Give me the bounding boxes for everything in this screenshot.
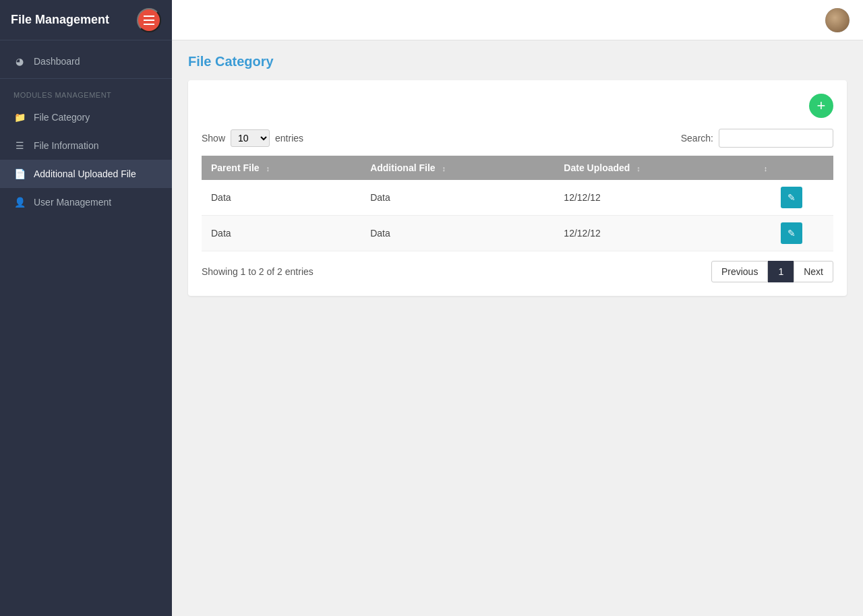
- menu-toggle-button[interactable]: [137, 8, 161, 32]
- avatar[interactable]: [825, 8, 850, 32]
- sort-icon-actions: ↕: [764, 164, 768, 173]
- hamburger-icon: [144, 16, 154, 25]
- col-additional-file[interactable]: Additional File ↕: [361, 156, 554, 180]
- main-card: + Show 10 25 50 100 entries Search:: [188, 80, 847, 296]
- edit-button[interactable]: ✎: [781, 187, 802, 208]
- list-icon: ☰: [13, 140, 26, 152]
- sidebar-user-management-label: User Management: [34, 197, 111, 208]
- cell-additional-file: Data: [361, 216, 554, 251]
- table-footer: Showing 1 to 2 of 2 entries Previous 1 N…: [202, 261, 833, 282]
- cell-action: ✎: [750, 216, 833, 251]
- sidebar-dashboard-label: Dashboard: [34, 56, 80, 67]
- next-button[interactable]: Next: [794, 261, 833, 282]
- data-table: Parent File ↕ Additional File ↕ Date Upl…: [202, 156, 833, 251]
- table-controls: Show 10 25 50 100 entries Search:: [202, 129, 833, 148]
- sidebar: File Management ◕ Dashboard MODULES MANA…: [0, 0, 172, 616]
- pagination: Previous 1 Next: [711, 261, 833, 282]
- search-input[interactable]: [719, 129, 833, 148]
- topbar: [172, 0, 863, 40]
- table-row: Data Data 12/12/12 ✎: [202, 180, 833, 216]
- cell-date-uploaded: 12/12/12: [554, 216, 750, 251]
- show-entries: Show 10 25 50 100 entries: [202, 129, 303, 147]
- main-content: File Category + Show 10 25 50 100 entrie…: [172, 0, 863, 616]
- sidebar-additional-file-label: Additional Uploaded File: [34, 168, 136, 179]
- sidebar-item-file-category[interactable]: 📁 File Category: [0, 103, 172, 131]
- file-icon: 📄: [13, 168, 26, 180]
- content-area: File Category + Show 10 25 50 100 entrie…: [172, 40, 863, 616]
- entries-info: Showing 1 to 2 of 2 entries: [202, 266, 314, 277]
- avatar-image: [825, 8, 850, 32]
- col-parent-file[interactable]: Parent File ↕: [202, 156, 361, 180]
- table-header-row: Parent File ↕ Additional File ↕ Date Upl…: [202, 156, 833, 180]
- card-toolbar: +: [202, 94, 833, 118]
- col-date-uploaded[interactable]: Date Uploaded ↕: [554, 156, 750, 180]
- edit-button[interactable]: ✎: [781, 222, 802, 244]
- search-label: Search:: [681, 133, 713, 144]
- app-title: File Management: [11, 13, 137, 27]
- sort-icon-date: ↕: [636, 164, 641, 173]
- add-button[interactable]: +: [809, 94, 833, 118]
- sort-icon-additional: ↕: [442, 164, 446, 173]
- cell-date-uploaded: 12/12/12: [554, 180, 750, 216]
- sidebar-item-file-information[interactable]: ☰ File Information: [0, 131, 172, 160]
- user-icon: 👤: [13, 196, 26, 208]
- sort-icon-parent: ↕: [266, 164, 270, 173]
- col-actions: ↕: [750, 156, 833, 180]
- cell-parent-file: Data: [202, 216, 361, 251]
- previous-button[interactable]: Previous: [711, 261, 768, 282]
- sidebar-item-user-management[interactable]: 👤 User Management: [0, 188, 172, 216]
- sidebar-file-information-label: File Information: [34, 140, 98, 151]
- table-row: Data Data 12/12/12 ✎: [202, 216, 833, 251]
- page-title: File Category: [188, 54, 847, 69]
- sidebar-item-additional-uploaded-file[interactable]: 📄 Additional Uploaded File: [0, 160, 172, 188]
- sidebar-divider: [0, 78, 172, 79]
- entries-select[interactable]: 10 25 50 100: [231, 129, 270, 147]
- sidebar-file-category-label: File Category: [34, 112, 90, 123]
- sidebar-nav: ◕ Dashboard MODULES MANAGEMENT 📁 File Ca…: [0, 40, 172, 223]
- modules-section-label: MODULES MANAGEMENT: [0, 82, 172, 103]
- entries-label: entries: [275, 133, 303, 144]
- cell-action: ✎: [750, 180, 833, 216]
- sidebar-header: File Management: [0, 0, 172, 40]
- sidebar-item-dashboard[interactable]: ◕ Dashboard: [0, 47, 172, 75]
- cell-additional-file: Data: [361, 180, 554, 216]
- page-1-button[interactable]: 1: [768, 261, 794, 282]
- search-box: Search:: [681, 129, 833, 148]
- cell-parent-file: Data: [202, 180, 361, 216]
- folder-icon: 📁: [13, 111, 26, 123]
- show-label: Show: [202, 133, 225, 144]
- dashboard-icon: ◕: [13, 55, 26, 67]
